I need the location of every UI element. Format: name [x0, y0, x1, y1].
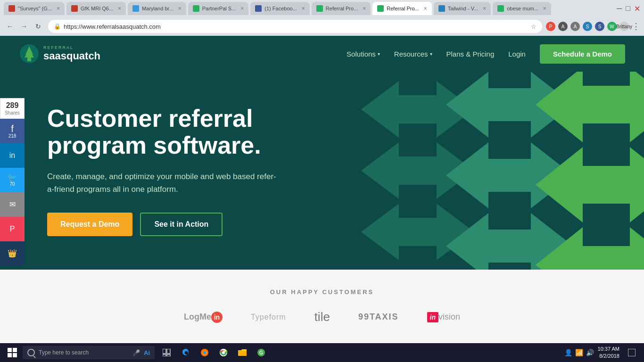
file-explorer-icon[interactable]: [234, 344, 251, 361]
linkedin-icon: in: [9, 152, 15, 159]
address-bar-row: ← → ↻ 🔒 https://www.referralsaasquatch.c…: [0, 17, 644, 36]
tab-favicon: [316, 5, 323, 12]
logo-text-container: REFERRAL saasquatch: [43, 45, 100, 62]
tab-gfk[interactable]: GfK MRI Q6... ×: [66, 2, 126, 15]
tab-referral1[interactable]: Referral Pro... ×: [312, 2, 371, 15]
facebook-count: 218: [8, 133, 17, 139]
extension-icon-1[interactable]: A: [558, 22, 568, 31]
search-placeholder: Type here to search: [39, 349, 89, 356]
tab-favicon: [193, 5, 199, 12]
tab-close[interactable]: ×: [118, 5, 121, 12]
tab-close[interactable]: ×: [240, 5, 244, 12]
schedule-demo-button[interactable]: Schedule a Demo: [540, 44, 625, 64]
window-controls: ─ □ ✕: [617, 4, 640, 13]
tab-close[interactable]: ×: [57, 5, 60, 12]
tab-close[interactable]: ×: [363, 5, 366, 12]
windows-logo: [8, 348, 17, 357]
extension-icon-4[interactable]: S: [595, 22, 604, 31]
linkedin-share-button[interactable]: in: [0, 143, 25, 168]
tab-referral2-active[interactable]: Referral Pro... ×: [372, 2, 431, 15]
nav-solutions[interactable]: Solutions ▾: [347, 50, 380, 58]
extension-icon-3[interactable]: S: [583, 22, 592, 31]
tab-label: GfK MRI Q6...: [81, 6, 113, 11]
ai-icon: Ai: [144, 349, 150, 356]
nav-plans[interactable]: Plans & Pricing: [446, 50, 495, 58]
forward-button[interactable]: →: [18, 20, 30, 33]
menu-icon[interactable]: ⋮: [632, 21, 640, 32]
svg-point-10: [203, 351, 206, 354]
browser-chrome: "Surveys" (G... × GfK MRI Q6... × Maryla…: [0, 0, 644, 36]
tab-tailwind[interactable]: Tailwind - V... ×: [434, 2, 491, 15]
tab-close[interactable]: ×: [483, 5, 486, 12]
tab-favicon: [438, 5, 445, 12]
people-icon[interactable]: 👤: [564, 349, 572, 356]
title-bar: "Surveys" (G... × GfK MRI Q6... × Maryla…: [0, 0, 644, 17]
hero-buttons: Request a Demo See it in Action: [47, 213, 321, 236]
tab-maryland[interactable]: Maryland br... ×: [128, 2, 186, 15]
svg-rect-16: [628, 349, 636, 356]
maximize-button[interactable]: □: [626, 4, 630, 13]
share-count: 289 Shares: [0, 98, 25, 119]
system-clock[interactable]: 10:37 AM 8/2/2018: [598, 346, 619, 360]
pinterest-icon[interactable]: P: [546, 22, 555, 31]
task-view-button[interactable]: [158, 344, 175, 361]
customers-section: OUR HAPPY CUSTOMERS LogMein Typeform til…: [0, 270, 644, 343]
hero-description: Create, manage, and optimize your mobile…: [47, 170, 283, 196]
tab-gmail[interactable]: "Surveys" (G... ×: [4, 2, 65, 15]
email-icon: ✉: [9, 201, 16, 208]
microphone-icon[interactable]: 🎤: [132, 349, 140, 356]
tab-obese[interactable]: obese mum... ×: [493, 2, 551, 15]
logo-name: saasquatch: [43, 50, 100, 62]
green-app-icon[interactable]: G: [253, 344, 270, 361]
tab-close[interactable]: ×: [302, 5, 305, 12]
extension-icon-2[interactable]: A: [570, 22, 580, 31]
start-button[interactable]: [4, 344, 21, 361]
reload-button[interactable]: ↻: [32, 20, 44, 33]
nav-links: Solutions ▾ Resources ▾ Plans & Pricing …: [347, 44, 625, 64]
taskbar-search[interactable]: Type here to search 🎤 Ai: [23, 346, 155, 359]
invision-logo: invision: [427, 312, 460, 322]
minimize-button[interactable]: ─: [617, 4, 622, 13]
share-label: Shares: [5, 110, 20, 115]
tab-close[interactable]: ×: [543, 5, 546, 12]
logo-svg: [19, 43, 40, 64]
tab-close[interactable]: ×: [424, 5, 427, 12]
bookmark-icon[interactable]: ☆: [531, 23, 537, 30]
taskbar: Type here to search 🎤 Ai: [0, 343, 644, 362]
website-content: REFERRAL saasquatch Solutions ▾ Resource…: [0, 36, 644, 343]
edge-browser-icon[interactable]: [177, 344, 194, 361]
see-action-button[interactable]: See it in Action: [140, 213, 223, 236]
nav-resources[interactable]: Resources ▾: [394, 50, 432, 58]
chrome-icon[interactable]: [215, 344, 232, 361]
logmein-logo: LogMein: [184, 312, 223, 323]
toolbar-icons: P A A S S W Brittany ⋮: [546, 21, 640, 32]
firefox-icon[interactable]: [196, 344, 213, 361]
svg-point-13: [222, 351, 225, 354]
customer-logos: LogMein Typeform tile 99TAXIS invision: [19, 310, 625, 324]
pocket-share-button[interactable]: P: [0, 217, 25, 241]
address-bar[interactable]: 🔒 https://www.referralsaasquatch.com ☆: [48, 20, 542, 33]
save-share-button[interactable]: 👑: [0, 241, 25, 266]
facebook-share-button[interactable]: f 218: [0, 119, 25, 143]
tab-favicon: [377, 5, 384, 12]
network-icon[interactable]: 📶: [575, 349, 583, 356]
tab-close[interactable]: ×: [178, 5, 182, 12]
twitter-share-button[interactable]: 🐦 70: [0, 168, 25, 192]
back-button[interactable]: ←: [4, 20, 16, 33]
tab-partnerpal[interactable]: PartnerPal S... ×: [188, 2, 249, 15]
nav-login[interactable]: Login: [508, 50, 526, 58]
edge-icon: [181, 348, 190, 357]
chevron-down-icon: ▾: [378, 51, 380, 57]
logo[interactable]: REFERRAL saasquatch: [19, 43, 100, 64]
email-share-button[interactable]: ✉: [0, 192, 25, 217]
request-demo-button[interactable]: Request a Demo: [47, 213, 132, 236]
tab-label: "Surveys" (G...: [18, 6, 52, 11]
volume-icon[interactable]: 🔊: [586, 349, 594, 356]
extension-icon-5[interactable]: W: [607, 22, 617, 31]
user-icon[interactable]: Brittany: [619, 22, 629, 31]
notification-button[interactable]: [623, 344, 640, 361]
tab-facebook[interactable]: (1) Faceboo... ×: [250, 2, 310, 15]
tile-logo: tile: [314, 310, 330, 324]
close-button[interactable]: ✕: [634, 4, 640, 13]
trees-svg: [333, 72, 644, 270]
